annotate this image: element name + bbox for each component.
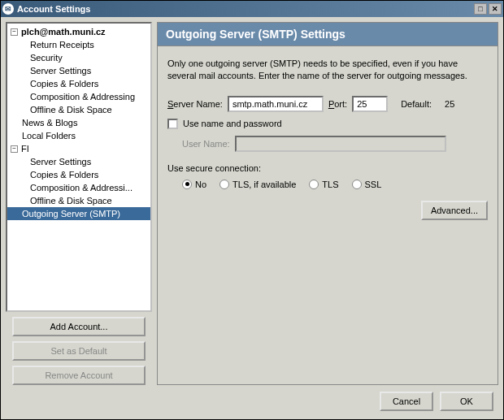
radio-label: TLS	[322, 180, 338, 189]
set-default-button: Set as Default	[12, 341, 146, 361]
radio-icon	[352, 180, 362, 189]
settings-panel: Outgoing Server (SMTP) Settings Only one…	[157, 22, 498, 385]
default-port-label: Default:	[401, 99, 432, 109]
radio-icon	[182, 180, 192, 189]
tree-label: FI	[21, 144, 29, 154]
panel-title: Outgoing Server (SMTP) Settings	[157, 22, 498, 46]
account-settings-window: ✉ Account Settings □ ✕ −plch@math.muni.c…	[0, 0, 504, 420]
advanced-row: Advanced...	[167, 201, 488, 220]
secure-connection-radios: No TLS, if available TLS SSL	[182, 180, 488, 189]
tree-fi-composition-addressing[interactable]: Composition & Addressi...	[7, 181, 150, 194]
radio-ssl[interactable]: SSL	[352, 180, 382, 189]
tree-security[interactable]: Security	[7, 51, 150, 64]
radio-icon	[309, 180, 319, 189]
username-input	[235, 136, 446, 152]
ok-button[interactable]: OK	[440, 392, 493, 411]
secure-connection-label: Use secure connection:	[167, 163, 488, 173]
app-icon: ✉	[2, 3, 14, 15]
account-tree[interactable]: −plch@math.muni.cz Return Receipts Secur…	[6, 22, 152, 312]
radio-tls[interactable]: TLS	[309, 180, 338, 189]
default-port-value: 25	[445, 99, 454, 109]
tree-copies-folders[interactable]: Copies & Folders	[7, 77, 150, 90]
remove-account-button: Remove Account	[12, 366, 146, 385]
maximize-button[interactable]: □	[474, 3, 487, 15]
sidebar-buttons: Add Account... Set as Default Remove Acc…	[6, 317, 152, 385]
tree-news-blogs[interactable]: News & Blogs	[7, 116, 150, 129]
tree-fi-server-settings[interactable]: Server Settings	[7, 155, 150, 168]
tree-label: plch@math.muni.cz	[21, 27, 106, 37]
radio-icon	[219, 180, 229, 189]
tree-account-plch[interactable]: −plch@math.muni.cz	[7, 25, 150, 38]
radio-label: TLS, if available	[232, 180, 296, 189]
tree-offline-disk[interactable]: Offline & Disk Space	[7, 103, 150, 116]
add-account-button[interactable]: Add Account...	[12, 317, 146, 336]
tree-outgoing-smtp[interactable]: Outgoing Server (SMTP)	[7, 207, 150, 220]
radio-no[interactable]: No	[182, 180, 206, 189]
tree-server-settings[interactable]: Server Settings	[7, 64, 150, 77]
tree-fi-copies-folders[interactable]: Copies & Folders	[7, 168, 150, 181]
titlebar-buttons: □ ✕	[474, 3, 502, 15]
radio-label: No	[195, 180, 206, 189]
radio-tls-available[interactable]: TLS, if available	[219, 180, 296, 189]
tree-local-folders[interactable]: Local Folders	[7, 129, 150, 142]
auth-checkbox-row: Use name and password	[167, 119, 488, 129]
main-area: −plch@math.muni.cz Return Receipts Secur…	[6, 22, 498, 385]
port-label: Port:	[328, 99, 347, 109]
dialog-footer: Cancel OK	[6, 385, 498, 414]
titlebar: ✉ Account Settings □ ✕	[1, 1, 503, 17]
collapse-icon[interactable]: −	[11, 145, 18, 153]
window-title: Account Settings	[17, 4, 474, 14]
sidebar: −plch@math.muni.cz Return Receipts Secur…	[6, 22, 152, 385]
cancel-button[interactable]: Cancel	[380, 392, 433, 411]
server-name-input[interactable]	[228, 96, 324, 112]
server-name-label: Server Name:	[167, 99, 223, 109]
close-button[interactable]: ✕	[489, 3, 502, 15]
content: −plch@math.muni.cz Return Receipts Secur…	[1, 17, 503, 419]
port-input[interactable]	[352, 96, 388, 112]
username-row: User Name:	[182, 136, 488, 152]
panel-body: Only one outgoing server (SMTP) needs to…	[157, 46, 498, 385]
auth-checkbox-label[interactable]: Use name and password	[183, 119, 282, 128]
auth-checkbox[interactable]	[167, 119, 178, 129]
server-row: Server Name: Port: Default: 25	[167, 96, 488, 112]
tree-return-receipts[interactable]: Return Receipts	[7, 38, 150, 51]
tree-composition-addressing[interactable]: Composition & Addressing	[7, 90, 150, 103]
advanced-button[interactable]: Advanced...	[421, 201, 488, 220]
panel-description: Only one outgoing server (SMTP) needs to…	[167, 58, 488, 83]
tree-account-fi[interactable]: −FI	[7, 142, 150, 155]
radio-label: SSL	[365, 180, 382, 189]
tree-fi-offline-disk[interactable]: Offline & Disk Space	[7, 194, 150, 207]
collapse-icon[interactable]: −	[11, 28, 18, 36]
username-label: User Name:	[182, 139, 230, 149]
